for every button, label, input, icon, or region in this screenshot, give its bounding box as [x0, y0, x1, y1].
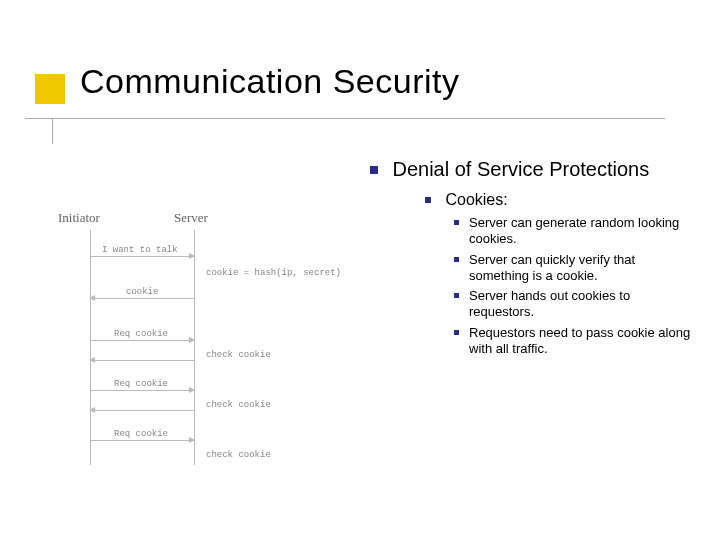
arrow-6	[90, 410, 194, 411]
outline: Denial of Service Protections Cookies: S…	[370, 158, 698, 357]
initiator-label: Initiator	[58, 210, 100, 226]
arrow-5	[90, 390, 194, 391]
l2-text: Cookies:	[445, 191, 507, 209]
arrow-7	[90, 440, 194, 441]
arrow-1	[90, 256, 194, 257]
server-label: Server	[174, 210, 208, 226]
bullet-level-3: Requestors need to pass cookie along wit…	[454, 325, 698, 358]
l3-text-2: Server hands out cookies to requestors.	[469, 288, 698, 321]
l1-text: Denial of Service Protections	[392, 158, 682, 181]
arrow-2	[90, 298, 194, 299]
initiator-lifeline	[90, 230, 91, 465]
title-underline	[25, 118, 665, 119]
msg-cookie-hash: cookie = hash(ip, secret)	[206, 268, 341, 278]
bullet-level-2: Cookies:	[425, 191, 698, 209]
square-bullet-icon	[425, 197, 431, 203]
square-bullet-icon	[454, 293, 459, 298]
msg-req-cookie-2: Req cookie	[114, 379, 168, 389]
l3-text-3: Requestors need to pass cookie along wit…	[469, 325, 698, 358]
bullet-level-3: Server can quickly verify that something…	[454, 252, 698, 285]
arrow-4	[90, 360, 194, 361]
l3-text-1: Server can quickly verify that something…	[469, 252, 698, 285]
msg-check-cookie-3: check cookie	[206, 450, 271, 460]
bullet-level-1: Denial of Service Protections	[370, 158, 698, 181]
square-bullet-icon	[454, 220, 459, 225]
title-accent-square	[35, 74, 65, 104]
msg-check-cookie-1: check cookie	[206, 350, 271, 360]
square-bullet-icon	[454, 257, 459, 262]
slide-title-block: Communication Security	[35, 62, 459, 101]
msg-check-cookie-2: check cookie	[206, 400, 271, 410]
square-bullet-icon	[370, 166, 378, 174]
bullet-level-3: Server hands out cookies to requestors.	[454, 288, 698, 321]
msg-cookie: cookie	[126, 287, 158, 297]
arrow-3	[90, 340, 194, 341]
title-tick	[52, 118, 53, 144]
bullet-level-3: Server can generate random looking cooki…	[454, 215, 698, 248]
msg-req-cookie-1: Req cookie	[114, 329, 168, 339]
msg-i-want-to-talk: I want to talk	[102, 245, 178, 255]
server-lifeline	[194, 230, 195, 465]
l3-text-0: Server can generate random looking cooki…	[469, 215, 698, 248]
msg-req-cookie-3: Req cookie	[114, 429, 168, 439]
slide-title: Communication Security	[80, 62, 459, 101]
square-bullet-icon	[454, 330, 459, 335]
